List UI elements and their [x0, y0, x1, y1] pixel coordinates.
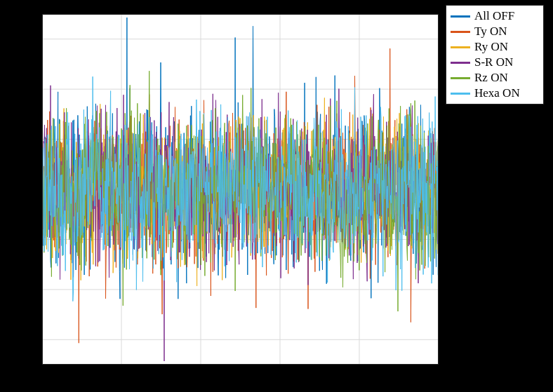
legend-swatch — [451, 46, 470, 48]
legend-item: Hexa ON — [451, 86, 539, 101]
chart-plot-area — [42, 14, 439, 365]
legend-swatch — [451, 77, 470, 79]
legend-item: Rz ON — [451, 70, 539, 86]
legend-item: Ry ON — [451, 39, 539, 55]
legend-swatch — [451, 93, 470, 95]
legend-item: All OFF — [451, 8, 539, 24]
legend-label: Ry ON — [474, 40, 508, 54]
legend-item: Ty ON — [451, 24, 539, 39]
legend-label: Rz ON — [474, 71, 508, 85]
legend-label: S-R ON — [474, 55, 513, 69]
legend-swatch — [451, 62, 470, 64]
legend-label: Hexa ON — [474, 86, 520, 100]
legend-label: All OFF — [474, 9, 514, 23]
legend-swatch — [451, 31, 470, 33]
chart-legend: All OFF Ty ON Ry ON S-R ON Rz ON Hexa ON — [446, 5, 544, 104]
legend-swatch — [451, 15, 470, 18]
chart-svg — [42, 14, 439, 365]
legend-label: Ty ON — [474, 25, 507, 39]
legend-item: S-R ON — [451, 55, 539, 70]
